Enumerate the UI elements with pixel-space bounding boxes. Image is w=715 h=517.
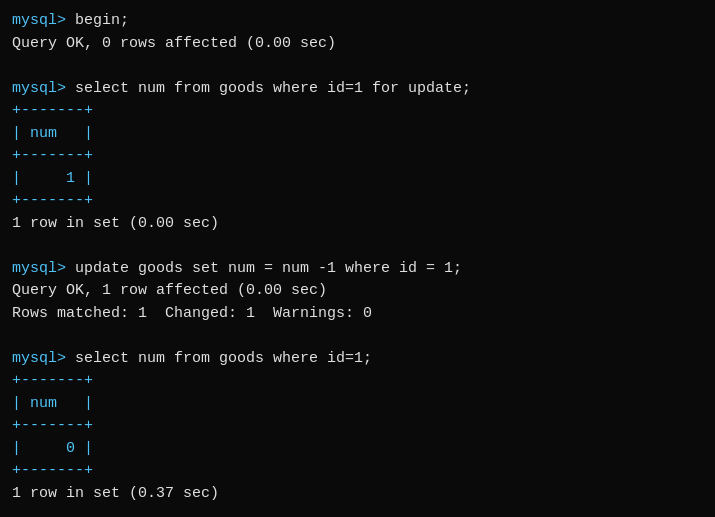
table-line: | num | bbox=[12, 123, 703, 146]
empty-line bbox=[12, 235, 703, 258]
table-line: | 1 | bbox=[12, 168, 703, 191]
prompt-line: mysql> update goods set num = num -1 whe… bbox=[12, 258, 703, 281]
table-line: | num | bbox=[12, 393, 703, 416]
table-line: +-------+ bbox=[12, 145, 703, 168]
output-line: 1 row in set (0.37 sec) bbox=[12, 483, 703, 506]
output-line: 1 row in set (0.00 sec) bbox=[12, 213, 703, 236]
table-line: +-------+ bbox=[12, 190, 703, 213]
output-line: Query OK, 1 row affected (0.00 sec) bbox=[12, 280, 703, 303]
terminal-window: mysql> begin;Query OK, 0 rows affected (… bbox=[12, 10, 703, 507]
empty-line bbox=[12, 505, 703, 517]
table-line: +-------+ bbox=[12, 415, 703, 438]
table-line: +-------+ bbox=[12, 370, 703, 393]
empty-line bbox=[12, 325, 703, 348]
output-line: Rows matched: 1 Changed: 1 Warnings: 0 bbox=[12, 303, 703, 326]
output-line: Query OK, 0 rows affected (0.00 sec) bbox=[12, 33, 703, 56]
prompt-line: mysql> select num from goods where id=1 … bbox=[12, 78, 703, 101]
empty-line bbox=[12, 55, 703, 78]
table-line: +-------+ bbox=[12, 460, 703, 483]
prompt-line: mysql> select num from goods where id=1; bbox=[12, 348, 703, 371]
table-line: | 0 | bbox=[12, 438, 703, 461]
table-line: +-------+ bbox=[12, 100, 703, 123]
prompt-line: mysql> begin; bbox=[12, 10, 703, 33]
